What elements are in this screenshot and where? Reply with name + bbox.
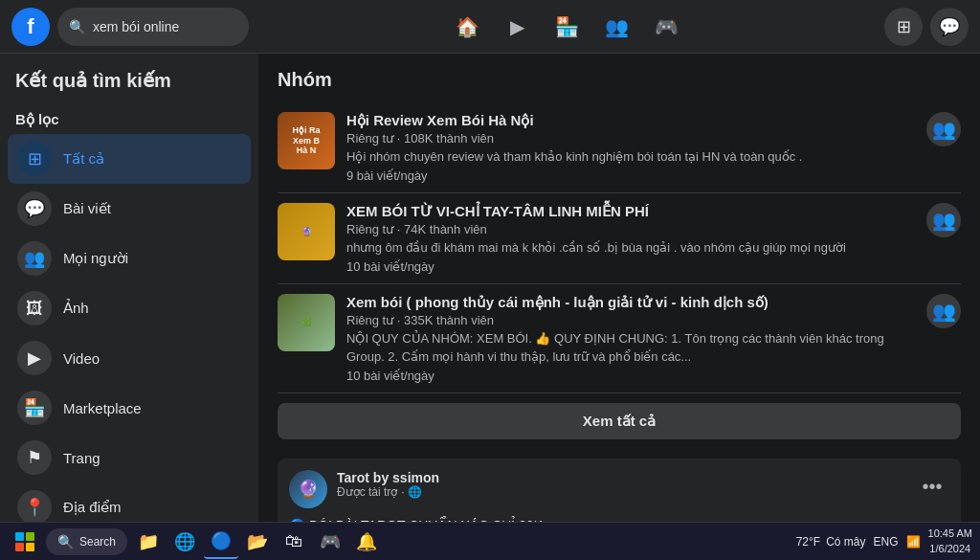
marketplace-icon: 🏪	[17, 391, 52, 425]
sidebar-item-posts-label: Bài viết	[63, 200, 111, 217]
group-avatar-3: 🌿	[278, 294, 335, 351]
post-sponsored-label: Được tài trợ · 🌐	[337, 485, 905, 499]
content-area: Nhóm Hội RaXem BHà N Hội Review Xem Bói …	[258, 54, 980, 522]
filter-section-title: Bộ lọc	[8, 103, 251, 134]
sidebar-item-all-label: Tất cả	[63, 150, 104, 168]
watch-nav-btn[interactable]: ▶	[494, 4, 540, 50]
post-card: 🔮 Tarot by ssimon Được tài trợ · 🌐 ••• 🔵…	[278, 459, 961, 522]
group-name-1[interactable]: Hội Review Xem Bói Hà Nội	[346, 112, 915, 129]
group-meta-2: Riêng tư · 74K thành viên	[346, 222, 915, 236]
see-all-button[interactable]: Xem tất cả	[278, 403, 961, 439]
taskbar-tray: 72°F Có mây ENG 📶 10:45 AM 1/6/2024	[796, 526, 972, 556]
taskbar-search-box[interactable]: 🔍 Search	[46, 528, 127, 555]
win-square-red	[15, 543, 24, 551]
sidebar-item-videos[interactable]: ▶ Video	[8, 333, 251, 383]
sidebar-item-marketplace-label: Marketplace	[63, 400, 142, 416]
win-square-blue	[15, 532, 24, 541]
win-square-green	[26, 532, 34, 541]
sidebar-item-pages-label: Trang	[63, 450, 100, 466]
group-card-1: Hội RaXem BHà N Hội Review Xem Bói Hà Nộ…	[278, 102, 961, 193]
taskbar-app-notification[interactable]: 🔔	[349, 525, 384, 559]
weather-temp: 72°F	[796, 535, 820, 549]
group-posts-3: 10 bài viết/ngày	[346, 369, 915, 383]
group-info-1: Hội Review Xem Bói Hà Nội Riêng tư · 108…	[346, 112, 915, 183]
group-desc-2: nhưng ôm đầu đi khám mai mà k khỏi .cần …	[346, 239, 915, 257]
group-info-3: Xem bói ( phong thủy cái mệnh - luận giả…	[346, 294, 915, 382]
tray-lang: ENG	[874, 535, 899, 549]
start-button[interactable]	[8, 525, 42, 559]
group-posts-1: 9 bài viết/ngày	[346, 168, 915, 183]
taskbar-app-game[interactable]: 🎮	[313, 525, 347, 559]
group-avatar-1: Hội RaXem BHà N	[278, 112, 335, 169]
sidebar-item-photos[interactable]: 🖼 Ảnh	[8, 283, 251, 333]
post-more-options-btn[interactable]: •••	[915, 470, 949, 504]
sidebar: Kết quả tìm kiếm Bộ lọc ⊞ Tất cả 💬 Bài v…	[0, 54, 258, 522]
post-author-info: Tarot by ssimon Được tài trợ · 🌐	[337, 470, 905, 499]
group-avatar-2: 🔮	[278, 203, 335, 260]
home-nav-btn[interactable]: 🏠	[444, 4, 490, 50]
taskbar-app-explorer[interactable]: 📁	[131, 525, 166, 559]
win-square-yellow	[26, 543, 34, 551]
videos-icon: ▶	[17, 341, 52, 375]
sidebar-item-photos-label: Ảnh	[63, 300, 89, 317]
taskbar-apps: 📁 🌐 🔵 📂 🛍 🎮 🔔	[131, 525, 384, 559]
gaming-nav-btn[interactable]: 🎮	[643, 4, 689, 50]
taskbar-app-chrome[interactable]: 🔵	[204, 525, 238, 559]
sidebar-item-people[interactable]: 👥 Mọi người	[8, 234, 251, 283]
search-bar[interactable]: 🔍	[57, 8, 249, 46]
taskbar-app-files[interactable]: 📂	[240, 525, 275, 559]
weather-desc: Có mây	[826, 535, 865, 549]
group-meta-1: Riêng tư · 108K thành viên	[346, 131, 915, 146]
taskbar-search-label: Search	[79, 535, 116, 549]
sidebar-title: Kết quả tìm kiếm	[8, 69, 251, 103]
group-card-2: 🔮 XEM BÓI TỪ VI-CHỈ TAY-TÂM LINH MIỄN PH…	[278, 193, 961, 284]
sidebar-item-all[interactable]: ⊞ Tất cả	[8, 134, 251, 184]
group-join-btn-3[interactable]: 👥	[926, 294, 961, 328]
wifi-icon: 📶	[906, 535, 921, 549]
search-input[interactable]	[93, 19, 237, 34]
taskbar: 🔍 Search 📁 🌐 🔵 📂 🛍 🎮 🔔 72°F Có mây ENG 📶…	[0, 522, 980, 560]
groups-nav-btn[interactable]: 👥	[593, 4, 639, 50]
post-author-name[interactable]: Tarot by ssimon	[337, 470, 905, 485]
nav-right: ⊞ 💬	[884, 8, 969, 46]
main-layout: Kết quả tìm kiếm Bộ lọc ⊞ Tất cả 💬 Bài v…	[0, 54, 980, 522]
all-icon: ⊞	[17, 142, 52, 176]
marketplace-nav-btn[interactable]: 🏪	[544, 4, 590, 50]
sidebar-item-places-label: Địa điểm	[63, 499, 122, 516]
places-icon: 📍	[17, 490, 52, 522]
people-icon: 👥	[17, 241, 52, 276]
search-icon: 🔍	[69, 19, 85, 34]
post-header: 🔮 Tarot by ssimon Được tài trợ · 🌐 •••	[289, 470, 949, 508]
group-name-2[interactable]: XEM BÓI TỪ VI-CHỈ TAY-TÂM LINH MIỄN PHÍ	[346, 203, 915, 220]
tray-icons: 72°F Có mây	[796, 535, 866, 549]
pages-icon: ⚑	[17, 440, 52, 475]
sidebar-item-people-label: Mọi người	[63, 250, 128, 267]
group-desc-3: NỘI QUY CỦA NHÓM: XEM BÓI. 👍 QUY ĐỊNH CH…	[346, 330, 915, 365]
sidebar-item-posts[interactable]: 💬 Bài viết	[8, 184, 251, 234]
group-desc-1: Hội nhóm chuyên review và tham khảo kinh…	[346, 148, 915, 166]
taskbar-search-icon: 🔍	[57, 534, 74, 549]
post-avatar: 🔮	[289, 470, 327, 508]
group-info-2: XEM BÓI TỪ VI-CHỈ TAY-TÂM LINH MIỄN PHÍ …	[346, 203, 915, 274]
group-name-3[interactable]: Xem bói ( phong thủy cái mệnh - luận giả…	[346, 294, 915, 311]
taskbar-app-store[interactable]: 🛍	[277, 525, 311, 559]
tray-time: 10:45 AM 1/6/2024	[928, 526, 972, 556]
group-join-btn-1[interactable]: 👥	[926, 112, 961, 146]
sidebar-item-places[interactable]: 📍 Địa điểm	[8, 482, 251, 522]
nav-icons: 🏠 ▶ 🏪 👥 🎮	[256, 4, 877, 50]
group-meta-3: Riêng tư · 335K thành viên	[346, 313, 915, 327]
group-posts-2: 10 bài viết/ngày	[346, 259, 915, 274]
groups-section-title: Nhóm	[278, 69, 961, 91]
taskbar-app-edge[interactable]: 🌐	[167, 525, 202, 559]
group-join-btn-2[interactable]: 👥	[926, 203, 961, 237]
sidebar-item-marketplace[interactable]: 🏪 Marketplace	[8, 383, 251, 433]
topnav: f 🔍 🏠 ▶ 🏪 👥 🎮 ⊞ 💬	[0, 0, 980, 54]
grid-menu-btn[interactable]: ⊞	[884, 8, 923, 46]
windows-logo	[15, 532, 34, 551]
group-card-3: 🌿 Xem bói ( phong thủy cái mệnh - luận g…	[278, 284, 961, 392]
photos-icon: 🖼	[17, 291, 52, 325]
messenger-btn[interactable]: 💬	[930, 8, 969, 46]
sidebar-item-videos-label: Video	[63, 350, 100, 367]
facebook-logo: f	[11, 8, 50, 46]
sidebar-item-pages[interactable]: ⚑ Trang	[8, 433, 251, 482]
